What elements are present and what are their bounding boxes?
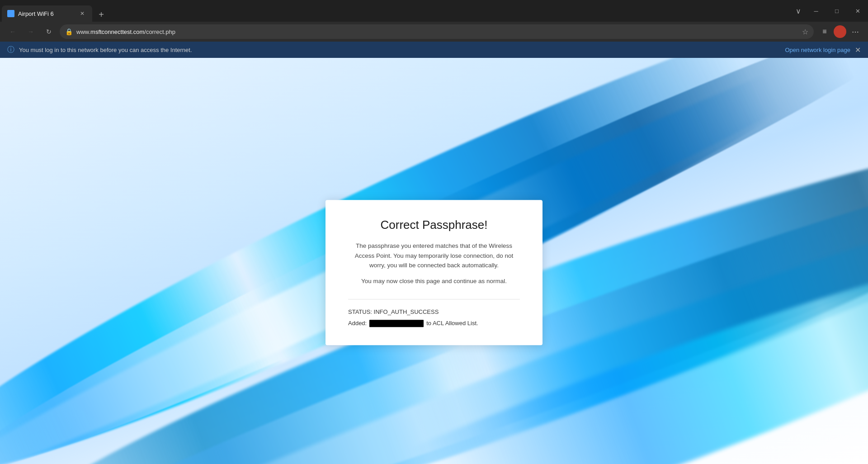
minimize-button[interactable]: ─	[806, 0, 826, 22]
card-status: STATUS: INFO_AUTH_SUCCESS	[348, 308, 520, 315]
url-domain: msftconnecttest.com	[90, 28, 144, 35]
active-tab[interactable]: Airport WiFi 6 ✕	[2, 5, 92, 22]
redacted-value	[369, 320, 424, 327]
card-title: Correct Passphrase!	[348, 218, 520, 232]
address-bar[interactable]: 🔒 www.msftconnecttest.com/correct.php ☆	[60, 24, 814, 39]
new-tab-button[interactable]: +	[94, 7, 108, 22]
url-display: www.msftconnecttest.com/correct.php	[76, 28, 798, 35]
bookmark-icon[interactable]: ☆	[802, 28, 808, 36]
status-value: INFO_AUTH_SUCCESS	[374, 308, 439, 315]
card-added: Added: to ACL Allowed List.	[348, 320, 520, 327]
page-content: Correct Passphrase! The passphrase you e…	[0, 58, 868, 464]
settings-button[interactable]: ⋯	[848, 24, 863, 39]
back-button[interactable]: ←	[5, 24, 20, 39]
added-prefix: Added:	[348, 320, 367, 327]
success-card: Correct Passphrase! The passphrase you e…	[326, 200, 542, 345]
card-description: The passphrase you entered matches that …	[348, 241, 520, 270]
card-close-message: You may now close this page and continue…	[348, 278, 520, 284]
window-controls: ─ □ ✕	[806, 0, 868, 22]
added-suffix: to ACL Allowed List.	[426, 320, 478, 327]
forward-button[interactable]: →	[24, 24, 38, 39]
title-bar: Airport WiFi 6 ✕ + ∨ ─ □ ✕	[0, 0, 868, 22]
nav-actions: ≡ ⋯	[817, 24, 863, 39]
tab-close-button[interactable]: ✕	[78, 9, 87, 18]
refresh-button[interactable]: ↻	[42, 24, 56, 39]
security-icon: 🔒	[65, 28, 73, 35]
tab-bar: Airport WiFi 6 ✕ +	[0, 0, 791, 22]
browser-window: Airport WiFi 6 ✕ + ∨ ─ □ ✕ ← → ↻ 🔒 www.m…	[0, 0, 868, 464]
maximize-button[interactable]: □	[826, 0, 847, 22]
network-info-bar: ⓘ You must log in to this network before…	[0, 42, 868, 58]
close-button[interactable]: ✕	[847, 0, 868, 22]
tab-favicon	[7, 10, 14, 17]
url-path: /correct.php	[144, 28, 175, 35]
navigation-bar: ← → ↻ 🔒 www.msftconnecttest.com/correct.…	[0, 22, 868, 42]
info-icon: ⓘ	[7, 45, 14, 55]
card-divider	[348, 299, 520, 299]
status-label: STATUS:	[348, 308, 372, 315]
info-bar-close-button[interactable]: ✕	[855, 46, 861, 54]
extensions-button[interactable]: ≡	[817, 24, 832, 39]
open-network-login-link[interactable]: Open network login page	[785, 47, 850, 53]
info-message: You must log in to this network before y…	[19, 47, 780, 53]
tab-dropdown-button[interactable]: ∨	[791, 0, 806, 22]
url-protocol: www.	[76, 28, 90, 35]
tab-title: Airport WiFi 6	[18, 10, 74, 17]
profile-button[interactable]	[834, 25, 846, 38]
